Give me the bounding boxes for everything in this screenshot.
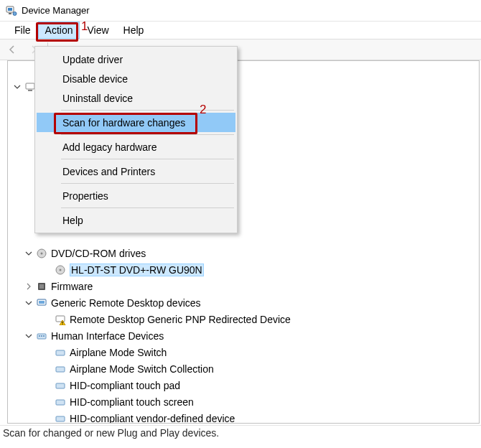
tree-label: Firmware (51, 281, 93, 292)
svg-rect-21 (43, 335, 45, 337)
svg-rect-1 (8, 8, 12, 11)
menu-properties[interactable]: Properties (37, 186, 235, 205)
device-manager-icon (6, 5, 17, 17)
tree-label: HID-compliant touch pad (70, 380, 180, 391)
remote-desktop-icon (35, 297, 48, 309)
disc-drive-icon (54, 263, 67, 276)
chevron-down-icon[interactable] (24, 331, 34, 341)
svg-rect-23 (56, 367, 65, 372)
annotation-label-1: 1 (81, 19, 88, 34)
tree-label: HL-DT-ST DVD+-RW GU90N (70, 263, 204, 276)
hid-icon (54, 363, 67, 375)
tree-item-hid-1[interactable]: Airplane Mode Switch (8, 344, 479, 360)
hid-icon (54, 346, 67, 359)
svg-rect-2 (9, 13, 11, 14)
window-title: Device Manager (22, 5, 90, 16)
menu-separator (61, 159, 234, 159)
chevron-down-icon[interactable] (24, 298, 34, 308)
menu-disable-device[interactable]: Disable device (37, 69, 235, 88)
svg-rect-26 (56, 416, 65, 421)
statusbar-text: Scan for changed or new Plug and Play de… (3, 427, 219, 439)
menu-help[interactable]: Help (116, 22, 151, 39)
menu-separator (61, 207, 234, 208)
tree-item-hid-4[interactable]: HID-compliant touch screen (8, 393, 479, 410)
menu-add-legacy-hardware[interactable]: Add legacy hardware (37, 137, 235, 157)
menu-separator (61, 110, 234, 111)
tree-category-grd[interactable]: Generic Remote Desktop devices (8, 294, 479, 311)
svg-rect-5 (28, 90, 32, 91)
menubar: File Action View Help (0, 22, 481, 39)
menu-separator (61, 183, 234, 184)
hid-icon (54, 396, 67, 409)
chevron-down-icon[interactable] (24, 248, 34, 258)
annotation-label-2: 2 (200, 103, 206, 117)
menu-help-item[interactable]: Help (37, 210, 235, 230)
menu-file[interactable]: File (7, 22, 38, 39)
svg-rect-20 (41, 335, 42, 337)
svg-rect-22 (56, 350, 65, 355)
hid-icon (35, 330, 48, 342)
action-menu-dropdown: Update driver Disable device Uninstall d… (34, 46, 238, 233)
hid-icon (54, 379, 67, 392)
tree-label: Generic Remote Desktop devices (51, 297, 201, 309)
tree-item-hid-5[interactable]: HID-compliant vendor-defined device (8, 410, 479, 424)
tree-label: Remote Desktop Generic PNP Redirected De… (70, 314, 291, 325)
svg-rect-24 (56, 383, 65, 388)
tree-label: Airplane Mode Switch Collection (70, 363, 214, 375)
menu-action[interactable]: Action (38, 22, 80, 39)
svg-rect-14 (56, 316, 65, 322)
svg-point-9 (60, 269, 62, 271)
svg-rect-17 (62, 324, 63, 325)
svg-rect-13 (39, 301, 45, 304)
tree-category-hid[interactable]: Human Interface Devices (8, 327, 479, 344)
menu-separator (61, 134, 234, 135)
hid-icon (54, 412, 67, 424)
tree-item-dvd-device[interactable]: HL-DT-ST DVD+-RW GU90N (8, 261, 479, 278)
disc-drive-icon (35, 247, 48, 260)
chevron-down-icon[interactable] (12, 82, 22, 92)
tree-item-hid-2[interactable]: Airplane Mode Switch Collection (8, 360, 479, 377)
menu-devices-and-printers[interactable]: Devices and Printers (37, 162, 235, 181)
tree-label: Human Interface Devices (51, 330, 164, 342)
tree-label: DVD/CD-ROM drives (51, 248, 146, 259)
svg-rect-25 (56, 400, 65, 405)
svg-rect-19 (39, 335, 40, 337)
svg-rect-4 (26, 83, 34, 89)
tree-label: HID-compliant vendor-defined device (70, 413, 235, 424)
tree-item-hid-3[interactable]: HID-compliant touch pad (8, 377, 479, 393)
svg-point-3 (13, 11, 17, 15)
tree-label: HID-compliant touch screen (70, 396, 194, 408)
svg-rect-16 (62, 322, 63, 324)
tree-category-dvd[interactable]: DVD/CD-ROM drives (8, 245, 479, 261)
titlebar: Device Manager (0, 0, 481, 22)
svg-rect-11 (39, 284, 44, 289)
svg-point-7 (41, 252, 43, 254)
remote-desktop-warning-icon (54, 313, 67, 326)
menu-update-driver[interactable]: Update driver (37, 50, 235, 69)
statusbar: Scan for changed or new Plug and Play de… (0, 425, 481, 448)
firmware-icon (35, 280, 48, 293)
tree-category-firmware[interactable]: Firmware (8, 278, 479, 294)
back-button[interactable] (4, 42, 20, 57)
chevron-right-icon[interactable] (24, 281, 34, 291)
tree-item-grd-device[interactable]: Remote Desktop Generic PNP Redirected De… (8, 311, 479, 327)
tree-label: Airplane Mode Switch (70, 347, 167, 358)
